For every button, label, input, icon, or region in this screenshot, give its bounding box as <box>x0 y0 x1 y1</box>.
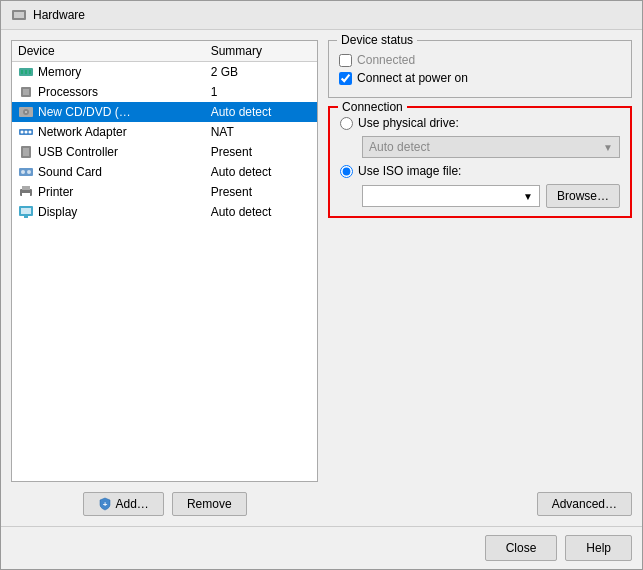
svg-rect-3 <box>21 70 23 74</box>
device-summary-cell: Auto detect <box>205 162 317 182</box>
device-name-cell: New CD/DVD (… <box>12 102 205 122</box>
spacer <box>328 226 632 480</box>
connected-row: Connected <box>339 53 621 67</box>
physical-drive-label: Use physical drive: <box>358 116 459 130</box>
device-name-text: New CD/DVD (… <box>38 105 131 119</box>
add-button[interactable]: + Add… <box>83 492 164 516</box>
window-icon <box>11 7 27 23</box>
iso-radio-row: Use ISO image file: <box>340 164 620 178</box>
processor-icon <box>18 84 34 100</box>
device-table: Device Summary Memory2 GBProcessors1New … <box>11 40 318 482</box>
remove-button[interactable]: Remove <box>172 492 247 516</box>
device-name-cell: Printer <box>12 182 205 202</box>
close-button[interactable]: Close <box>485 535 558 561</box>
device-summary-cell: Auto detect <box>205 202 317 222</box>
table-row[interactable]: PrinterPresent <box>12 182 317 202</box>
power-on-row: Connect at power on <box>339 71 621 85</box>
right-panel: Device status Connected Connect at power… <box>328 40 632 516</box>
svg-point-14 <box>29 131 32 134</box>
hardware-window: Hardware Device Summary Memory2 GBProces… <box>0 0 643 570</box>
device-name-text: Network Adapter <box>38 125 127 139</box>
network-icon <box>18 124 34 140</box>
table-row[interactable]: Sound CardAuto detect <box>12 162 317 182</box>
device-status-content: Connected Connect at power on <box>339 53 621 85</box>
memory-icon <box>18 64 34 80</box>
help-button[interactable]: Help <box>565 535 632 561</box>
browse-button[interactable]: Browse… <box>546 184 620 208</box>
device-name-cell: Sound Card <box>12 162 205 182</box>
table-row[interactable]: New CD/DVD (…Auto detect <box>12 102 317 122</box>
svg-point-13 <box>25 131 28 134</box>
table-row[interactable]: Processors1 <box>12 82 317 102</box>
device-name-text: USB Controller <box>38 145 118 159</box>
power-on-label: Connect at power on <box>357 71 468 85</box>
browse-label: Browse… <box>557 189 609 203</box>
device-status-group: Device status Connected Connect at power… <box>328 40 632 98</box>
iso-input-wrapper: ▼ <box>362 185 540 207</box>
bottom-bar: Close Help <box>1 526 642 569</box>
svg-point-19 <box>27 170 31 174</box>
device-name-text: Printer <box>38 185 73 199</box>
power-on-checkbox[interactable] <box>339 72 352 85</box>
auto-detect-select[interactable]: Auto detect ▼ <box>362 136 620 158</box>
svg-rect-16 <box>23 148 29 156</box>
remove-label: Remove <box>187 497 232 511</box>
table-row[interactable]: DisplayAuto detect <box>12 202 317 222</box>
table-row[interactable]: Network AdapterNAT <box>12 122 317 142</box>
device-summary-cell: NAT <box>205 122 317 142</box>
sound-icon <box>18 164 34 180</box>
close-label: Close <box>506 541 537 555</box>
device-name-cell: Processors <box>12 82 205 102</box>
chevron-down-icon: ▼ <box>603 142 613 153</box>
svg-rect-22 <box>22 193 30 197</box>
device-name-text: Display <box>38 205 77 219</box>
connection-content: Use physical drive: Auto detect ▼ Use IS… <box>340 116 620 208</box>
col-summary: Summary <box>205 41 317 62</box>
connection-group: Connection Use physical drive: Auto dete… <box>328 106 632 218</box>
device-summary-cell: Present <box>205 182 317 202</box>
svg-rect-21 <box>22 186 30 190</box>
window-title: Hardware <box>33 8 85 22</box>
device-name-cell: USB Controller <box>12 142 205 162</box>
svg-point-18 <box>21 170 25 174</box>
device-summary-cell: Auto detect <box>205 102 317 122</box>
auto-detect-value: Auto detect <box>369 140 430 154</box>
device-summary-cell: Present <box>205 142 317 162</box>
connection-title: Connection <box>338 100 407 114</box>
cd-icon <box>18 104 34 120</box>
display-icon <box>18 204 34 220</box>
device-name-cell: Display <box>12 202 205 222</box>
physical-drive-row: Use physical drive: <box>340 116 620 130</box>
table-row[interactable]: Memory2 GB <box>12 62 317 83</box>
svg-point-10 <box>25 111 27 113</box>
connected-label: Connected <box>357 53 415 67</box>
connected-checkbox[interactable] <box>339 54 352 67</box>
svg-rect-7 <box>23 89 29 95</box>
iso-radio[interactable] <box>340 165 353 178</box>
iso-file-row: ▼ Browse… <box>340 184 620 208</box>
iso-dropdown-arrow[interactable]: ▼ <box>519 191 533 202</box>
physical-drive-radio[interactable] <box>340 117 353 130</box>
printer-icon <box>18 184 34 200</box>
device-summary-cell: 1 <box>205 82 317 102</box>
title-bar: Hardware <box>1 1 642 30</box>
col-device: Device <box>12 41 205 62</box>
svg-rect-1 <box>14 12 24 18</box>
shield-add-icon: + <box>98 497 112 511</box>
device-name-text: Sound Card <box>38 165 102 179</box>
help-label: Help <box>586 541 611 555</box>
device-status-title: Device status <box>337 33 417 47</box>
table-row[interactable]: USB ControllerPresent <box>12 142 317 162</box>
svg-rect-25 <box>24 216 28 218</box>
add-label: Add… <box>116 497 149 511</box>
device-buttons: + Add… Remove <box>11 488 318 516</box>
svg-text:+: + <box>102 500 107 509</box>
device-name-cell: Network Adapter <box>12 122 205 142</box>
advanced-row: Advanced… <box>328 492 632 516</box>
device-name-cell: Memory <box>12 62 205 82</box>
iso-file-input[interactable] <box>369 189 519 203</box>
advanced-button[interactable]: Advanced… <box>537 492 632 516</box>
iso-label: Use ISO image file: <box>358 164 461 178</box>
device-name-text: Memory <box>38 65 81 79</box>
device-summary-cell: 2 GB <box>205 62 317 83</box>
